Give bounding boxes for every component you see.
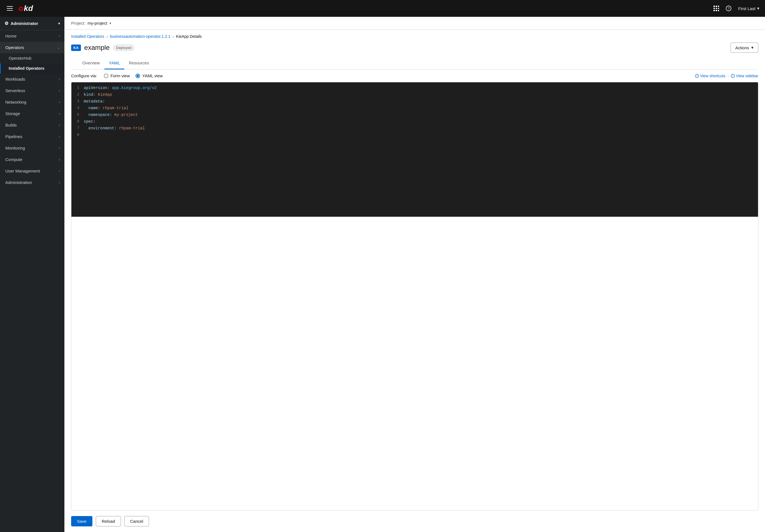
yaml-line: 8: [71, 132, 758, 138]
yaml-line-number: 6: [71, 119, 84, 125]
breadcrumb-current: KieApp Details: [176, 34, 202, 39]
radio-form-circle: [104, 74, 108, 78]
app-launcher-icon[interactable]: [713, 6, 719, 11]
chevron-right-icon-networking: ›: [59, 100, 60, 104]
yaml-line-content: kind: KieApp: [84, 92, 758, 98]
sidebar-item-administration-label: Administration: [5, 180, 32, 185]
yaml-editor[interactable]: 1apiVersion: app.kiegroup.org/v22kind: K…: [71, 82, 758, 217]
yaml-line-number: 1: [71, 85, 84, 91]
save-button[interactable]: Save: [71, 516, 92, 526]
sidebar-item-compute-label: Compute: [5, 157, 22, 162]
configure-separator: |: [727, 74, 729, 78]
user-caret-icon: ▾: [757, 6, 759, 11]
yaml-line: 4 name: rhpam-trial: [71, 105, 758, 112]
sidebar-item-networking-label: Networking: [5, 100, 26, 105]
sidebar-item-operators-label: Operators: [5, 45, 24, 50]
help-icon[interactable]: ?: [726, 6, 731, 11]
actions-button[interactable]: Actions ▾: [731, 43, 758, 53]
chevron-right-icon-monitoring: ›: [59, 146, 60, 150]
sidebar-item-workloads[interactable]: Workloads ›: [0, 73, 64, 85]
sidebar-item-operatorhub[interactable]: OperatorHub: [0, 53, 64, 63]
reload-button[interactable]: Reload: [96, 516, 121, 526]
sidebar-item-user-management-label: User Management: [5, 169, 40, 173]
chevron-right-icon-workloads: ›: [59, 77, 60, 81]
sidebar-item-compute[interactable]: Compute ›: [0, 154, 64, 165]
svg-text:?: ?: [696, 75, 697, 78]
yaml-line-content: name: rhpam-trial: [84, 105, 758, 111]
configure-via-label: Configure via:: [71, 73, 97, 78]
view-shortcuts-link[interactable]: ? View shortcuts: [695, 74, 726, 78]
chevron-right-icon-compute: ›: [59, 158, 60, 162]
yaml-line-number: 5: [71, 112, 84, 118]
yaml-line-content: namespace: my-project: [84, 112, 758, 118]
view-sidebar-label: View sidebar: [736, 74, 758, 78]
tab-overview[interactable]: Overview: [78, 57, 104, 69]
chevron-right-icon: ›: [59, 34, 60, 38]
sidebar-item-operatorhub-label: OperatorHub: [9, 56, 31, 61]
yaml-line: 5 namespace: my-project: [71, 112, 758, 118]
yaml-line-number: 4: [71, 105, 84, 111]
sidebar-item-builds[interactable]: Builds ›: [0, 119, 64, 131]
yaml-line-number: 8: [71, 132, 84, 138]
sidebar-item-administration[interactable]: Administration ›: [0, 177, 64, 188]
sidebar-item-serverless[interactable]: Serverless ›: [0, 85, 64, 96]
sidebar-item-monitoring-label: Monitoring: [5, 146, 25, 150]
user-name: First Last: [738, 6, 755, 11]
sidebar-item-networking[interactable]: Networking ›: [0, 96, 64, 108]
yaml-line-content: spec:: [84, 119, 758, 125]
sidebar-item-storage[interactable]: Storage ›: [0, 108, 64, 119]
user-menu[interactable]: First Last ▾: [738, 6, 759, 11]
breadcrumb-operator[interactable]: businessautomation-operator.1.2.1: [110, 34, 171, 39]
sidebar-role[interactable]: ⚙ Administrator ▾: [0, 17, 64, 30]
project-caret-icon[interactable]: ▾: [110, 21, 111, 25]
tab-yaml[interactable]: YAML: [104, 57, 125, 69]
yaml-line: 7 environment: rhpam-trial: [71, 125, 758, 132]
chevron-right-icon-administration: ›: [59, 181, 60, 185]
topnav: o kd ? First Last ▾: [0, 0, 765, 17]
resource-kind-badge: KA: [71, 45, 81, 51]
cancel-button[interactable]: Cancel: [124, 516, 149, 526]
main-layout: ⚙ Administrator ▾ Home › Operators ⌄ Ope…: [0, 17, 765, 532]
logo-o: o: [18, 4, 23, 13]
sidebar-nav: Home › Operators ⌄ OperatorHub Installed…: [0, 30, 64, 532]
configure-right: ? View shortcuts | i View sidebar: [695, 74, 758, 78]
radio-form-view[interactable]: Form view: [104, 73, 130, 78]
logo[interactable]: o kd: [18, 4, 33, 13]
sidebar-item-user-management[interactable]: User Management ›: [0, 165, 64, 177]
logo-kd: kd: [24, 4, 33, 13]
chevron-right-icon-pipelines: ›: [59, 135, 60, 139]
tab-resources[interactable]: Resources: [124, 57, 154, 69]
radio-group: Form view YAML view: [104, 73, 163, 78]
actions-label: Actions: [735, 45, 749, 50]
sidebar-item-installed-operators-label: Installed Operators: [9, 66, 45, 71]
sidebar-item-storage-label: Storage: [5, 111, 20, 116]
actions-caret-icon: ▾: [751, 45, 754, 50]
view-sidebar-link[interactable]: i View sidebar: [731, 74, 758, 78]
resource-header: KA example Deployed Actions ▾: [71, 43, 758, 53]
breadcrumb-installed-operators[interactable]: Installed Operators: [71, 34, 104, 39]
radio-yaml-view[interactable]: YAML view: [136, 73, 163, 78]
resource-name: example: [84, 44, 110, 52]
radio-form-label: Form view: [111, 73, 130, 78]
sidebar-item-monitoring[interactable]: Monitoring ›: [0, 142, 64, 154]
hamburger-menu[interactable]: [6, 5, 14, 12]
chevron-right-icon-builds: ›: [59, 123, 60, 127]
yaml-line: 3metadata:: [71, 98, 758, 105]
sidebar-item-home[interactable]: Home ›: [0, 30, 64, 42]
sidebar-item-serverless-label: Serverless: [5, 88, 25, 93]
yaml-line-number: 3: [71, 98, 84, 105]
role-icon: ⚙: [4, 21, 8, 26]
yaml-line-content: environment: rhpam-trial: [84, 125, 758, 131]
radio-yaml-circle: [136, 74, 140, 78]
svg-text:i: i: [733, 75, 733, 78]
sidebar-item-installed-operators[interactable]: Installed Operators: [0, 63, 64, 73]
topnav-right: ? First Last ▾: [713, 6, 759, 11]
yaml-line: 6spec:: [71, 118, 758, 125]
breadcrumb-sep-1: ›: [106, 34, 108, 39]
yaml-editor-wrapper: 1apiVersion: app.kiegroup.org/v22kind: K…: [71, 82, 758, 510]
sidebar-item-operators[interactable]: Operators ⌄: [0, 42, 64, 53]
deployed-status-badge: Deployed: [113, 45, 135, 51]
sidebar-item-pipelines[interactable]: Pipelines ›: [0, 131, 64, 142]
project-name[interactable]: my-project: [88, 21, 107, 25]
sidebar-item-home-label: Home: [5, 34, 17, 38]
